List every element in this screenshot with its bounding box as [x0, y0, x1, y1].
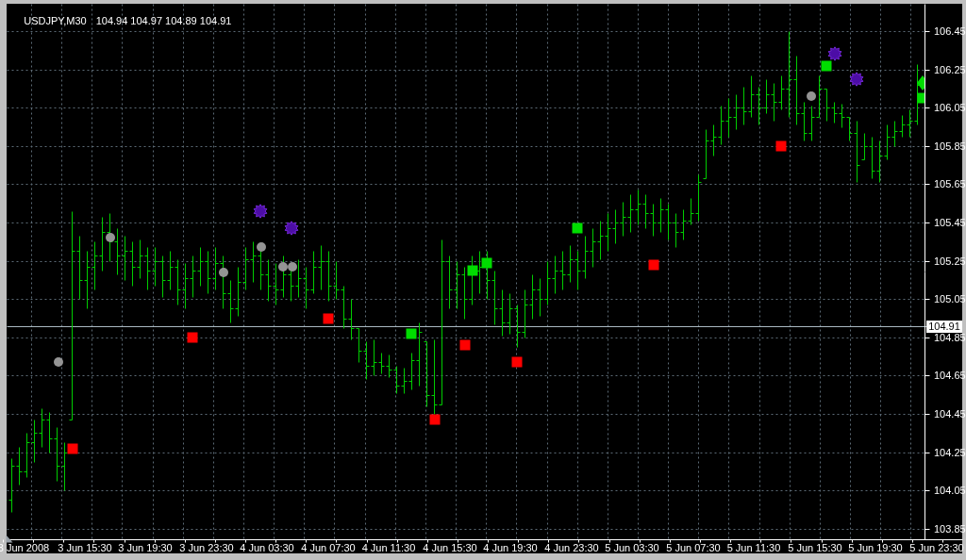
signal-marker-sell-square — [430, 415, 441, 425]
signal-marker-buy-square — [573, 223, 583, 234]
signal-marker-dot — [219, 268, 228, 277]
signal-marker-star — [254, 205, 268, 219]
price-axis-label: 106.25 — [934, 64, 966, 75]
time-axis-label: 3 Jun 19:30 — [118, 542, 173, 553]
signal-marker-sell-square — [188, 333, 198, 343]
star-burst-icon — [285, 222, 299, 236]
price-axis-label: 105.85 — [934, 140, 966, 152]
price-axis-label: 106.05 — [934, 102, 966, 113]
signal-markers-layer — [7, 4, 924, 539]
price-axis-label: 105.05 — [934, 293, 966, 305]
signal-marker-dot — [278, 262, 288, 272]
signal-marker-dot — [807, 91, 816, 101]
time-axis-label: 4 Jun 11:30 — [362, 542, 416, 553]
time-axis-label: 5 Jun 19:30 — [848, 542, 903, 553]
signal-marker-diamond — [917, 75, 924, 91]
signal-marker-buy-square — [822, 61, 832, 72]
time-axis-label: 5 Jun 03:30 — [605, 542, 659, 553]
star-burst-icon — [850, 73, 864, 87]
price-axis-label: 104.05 — [934, 485, 966, 496]
signal-marker-buy-square — [407, 329, 417, 339]
time-axis-label: 3 Jun 15:30 — [58, 542, 112, 553]
diamond-icon — [917, 75, 924, 91]
signal-marker-sell-square — [68, 444, 78, 454]
signal-marker-dot — [257, 242, 266, 252]
time-axis-label: 5 Jun 23:30 — [909, 542, 964, 553]
time-axis-label: 4 Jun 23:30 — [544, 542, 599, 553]
time-axis-label: 4 Jun 19:30 — [483, 542, 538, 553]
time-axis-label: 4 Jun 15:30 — [423, 542, 477, 553]
time-axis-label: 3 Jun 2008 — [0, 542, 49, 553]
signal-marker-star — [828, 47, 842, 61]
signal-marker-sell-square — [460, 340, 471, 351]
time-axis-label: 4 Jun 03:30 — [240, 542, 294, 553]
signal-marker-sell-square — [649, 260, 659, 271]
signal-marker-sell-square — [776, 141, 787, 152]
price-axis-label: 104.25 — [934, 447, 966, 458]
price-axis-label: 104.85 — [934, 332, 966, 343]
signal-marker-sell-square — [324, 314, 334, 324]
current-price-tag: 104.91 — [926, 321, 962, 333]
time-axis-label: 3 Jun 23:30 — [179, 542, 234, 553]
signal-marker-dot — [288, 262, 297, 272]
time-axis-label: 5 Jun 11:30 — [727, 542, 781, 553]
signal-marker-dot — [106, 233, 115, 242]
time-axis-label: 4 Jun 07:30 — [301, 542, 356, 553]
star-burst-icon — [828, 47, 842, 61]
signal-marker-sell-square — [512, 357, 523, 368]
time-axis-label: 5 Jun 07:30 — [666, 542, 721, 553]
signal-marker-buy-square — [468, 266, 478, 276]
price-axis-label: 105.25 — [934, 255, 966, 267]
price-axis-label: 105.45 — [934, 217, 966, 228]
price-axis-label: 104.45 — [934, 408, 966, 420]
price-axis-label: 104.65 — [934, 370, 966, 381]
price-axis-label: 103.85 — [934, 523, 966, 535]
time-axis-label: 5 Jun 15:30 — [788, 542, 842, 553]
signal-marker-dot — [54, 357, 63, 367]
price-axis-label: 105.65 — [934, 178, 966, 189]
signal-marker-star — [285, 222, 299, 236]
signal-marker-buy-square — [482, 258, 492, 269]
star-burst-icon — [254, 205, 268, 219]
mt4-chart-window: USDJPY,M30104.94 104.97 104.89 104.91 10… — [0, 0, 966, 560]
signal-marker-star — [850, 73, 864, 87]
price-axis-label: 106.45 — [934, 25, 966, 37]
signal-marker-buy-square — [918, 93, 925, 104]
